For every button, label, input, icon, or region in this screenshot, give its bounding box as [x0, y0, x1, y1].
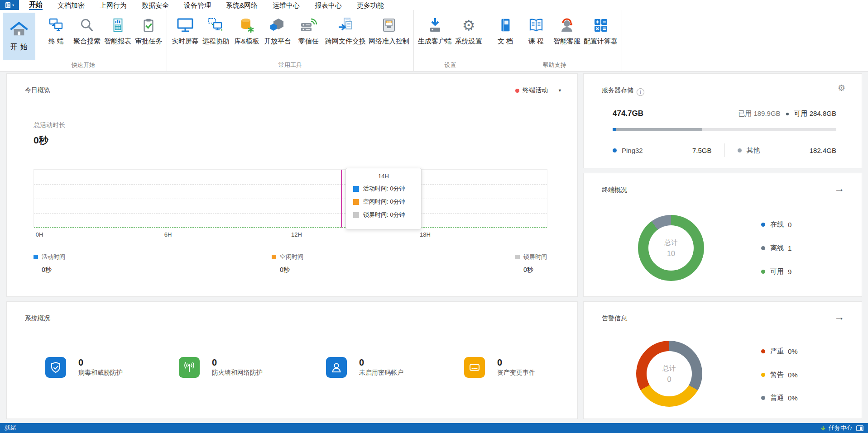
legend-dot [738, 148, 742, 152]
ribbon-item-label: 跨网文件交换 [325, 37, 366, 46]
donut-center-text: 总计 0 [636, 341, 702, 407]
menu-tab-report-center[interactable]: 报表中心 [315, 0, 342, 10]
selector-label: 终端活动 [523, 86, 548, 95]
legend-offline: 离线 1 [761, 244, 791, 252]
app-menu-icon [5, 2, 11, 9]
library-icon [239, 15, 255, 35]
ribbon-document-button[interactable]: 文 档 [490, 10, 521, 46]
ribbon-group-label: 帮助支持 [487, 60, 622, 71]
panel-title: 服务器存储i [602, 86, 644, 96]
ribbon-open-platform-button[interactable]: 开放平台 [262, 10, 293, 46]
ribbon-smart-report-button[interactable]: 智能报表 [102, 10, 133, 46]
ribbon-remote-assist-button[interactable]: 远程协助 [201, 10, 231, 46]
storage-used: 已用 189.9GB [738, 109, 780, 118]
asset-drive-icon [464, 357, 485, 378]
status-bar: 就绪 任务中心 [0, 423, 868, 433]
ribbon-item-label: 实时屏幕 [172, 37, 199, 46]
menu-tab-start[interactable]: 开始 [29, 0, 43, 10]
system-settings-gear-icon: ⚙ [462, 15, 475, 35]
menu-tab-web-behavior[interactable]: 上网行为 [100, 0, 127, 10]
stat-value: 0 [78, 357, 123, 368]
ribbon-cross-network-file-button[interactable]: 跨网文件交换 [324, 10, 367, 46]
menu-tab-system-network[interactable]: 系统&网络 [226, 0, 258, 10]
menu-tab-device-mgmt[interactable]: 设备管理 [184, 0, 211, 10]
panel-title: 终端概况 [602, 186, 627, 194]
legend-available: 可用 9 [761, 267, 791, 276]
ribbon-nac-button[interactable]: 网络准入控制 [367, 10, 411, 46]
ribbon-zero-trust-button[interactable]: 零信任 [293, 10, 324, 46]
storage-bar-segment [613, 128, 616, 131]
info-icon[interactable]: i [637, 88, 644, 96]
report-icon [110, 15, 125, 35]
legend-label: 普通 [770, 394, 784, 402]
gear-icon[interactable]: ⚙ [838, 84, 845, 92]
ribbon-terminal-button[interactable]: 终 端 [41, 10, 72, 46]
system-overview-panel: 系统概况 0 病毒和威胁防护 0 防火墙和网络防护 [6, 301, 578, 419]
ribbon-live-screen-button[interactable]: 实时屏幕 [170, 10, 201, 46]
alerts-panel: 告警信息 → 总计 0 严重 0% 警告 0% 普通 0% [583, 301, 862, 419]
app-menu-button[interactable]: ▾ [0, 0, 19, 10]
storage-summary-row: 474.7GB 已用 189.9GB 可用 284.8GB [613, 109, 836, 118]
ribbon-item-label: 开放平台 [264, 37, 291, 46]
ribbon-item-label: 文 档 [498, 37, 513, 46]
legend-value: 1 [788, 244, 791, 252]
storage-bar-segment [616, 128, 702, 131]
ribbon-approval-task-button[interactable]: 审批任务 [133, 10, 164, 46]
client-monitor-icon[interactable] [856, 425, 863, 431]
donut-center-text: 总计 10 [638, 215, 704, 281]
legend-dot [761, 373, 765, 377]
legend-label: 活动时间 [42, 253, 65, 261]
legend-value: 0% [788, 394, 798, 402]
legend-label: 警告 [770, 371, 784, 379]
storage-legend-other: 其他 182.4GB [738, 146, 837, 155]
chart-tooltip: 14H 活动时间: 0分钟 空闲时间: 0分钟 锁屏时间: 0分钟 [345, 168, 422, 229]
legend-swatch [515, 255, 520, 259]
ribbon-config-calculator-button[interactable]: 配置计算器 [582, 10, 619, 46]
ribbon-group-label: 快速开始 [0, 60, 167, 71]
ribbon-item-label: 课 程 [528, 37, 544, 46]
terminal-icon [48, 15, 64, 35]
legend-dot [761, 396, 765, 400]
ribbon-aggregate-search-button[interactable]: 聚合搜索 [72, 10, 102, 46]
remote-assist-icon [208, 15, 224, 35]
ribbon-generate-client-button[interactable]: 生成客户端 [417, 10, 453, 46]
arrow-right-icon[interactable]: → [834, 312, 844, 322]
menu-tab-doc-encrypt[interactable]: 文档加密 [58, 0, 85, 10]
legend-dot [761, 246, 765, 250]
network-access-icon [381, 15, 397, 35]
arrow-right-icon[interactable]: → [834, 183, 844, 194]
ribbon-system-settings-button[interactable]: ⚙ 系统设置 [453, 10, 484, 46]
chart-crosshair-line [341, 170, 342, 228]
ribbon-course-button[interactable]: 课 程 [521, 10, 551, 46]
ribbon-item-label: 生成客户端 [418, 37, 452, 46]
ribbon-item-label: 聚合搜索 [73, 37, 101, 46]
ribbon-library-template-button[interactable]: 库&模板 [231, 10, 262, 46]
legend-swatch [272, 255, 276, 259]
activity-type-selector[interactable]: 终端活动 ▼ [515, 86, 562, 95]
zero-trust-icon [300, 15, 317, 35]
legend-value: 0秒 [523, 266, 547, 274]
menu-tab-data-security[interactable]: 数据安全 [142, 0, 169, 10]
total-activity-value: 0秒 [34, 134, 48, 147]
app-window: ▾ 开始 文档加密 上网行为 数据安全 设备管理 系统&网络 运维中心 报表中心… [0, 0, 868, 433]
ribbon-item-label: 远程协助 [202, 37, 230, 46]
legend-value: 0秒 [42, 266, 65, 274]
legend-dot [761, 270, 765, 274]
ribbon-home-button[interactable]: 开 始 [3, 13, 35, 60]
task-center-button[interactable]: 任务中心 [820, 424, 852, 432]
x-axis-tick: 6H [164, 231, 172, 238]
legend-value: 0% [788, 371, 798, 379]
donut-total-label: 总计 [664, 238, 678, 247]
menu-tab-more[interactable]: 更多功能 [357, 0, 384, 10]
menu-tab-ops-center[interactable]: 运维中心 [273, 0, 300, 10]
task-center-label: 任务中心 [829, 424, 852, 432]
storage-legend: Ping32 7.5GB 其他 182.4GB [613, 143, 836, 157]
cross-network-file-icon [337, 15, 354, 35]
dashboard-content: 今日概览 终端活动 ▼ 总活动时长 0秒 0H 6H 12H 18H 14H [0, 71, 868, 423]
storage-bar-segment [702, 128, 836, 131]
legend-label: 可用 [770, 267, 784, 276]
legend-dot [613, 148, 617, 152]
legend-dot [761, 223, 765, 227]
ribbon-smart-service-button[interactable]: 智能客服 [551, 10, 582, 46]
vertical-divider [724, 143, 725, 157]
